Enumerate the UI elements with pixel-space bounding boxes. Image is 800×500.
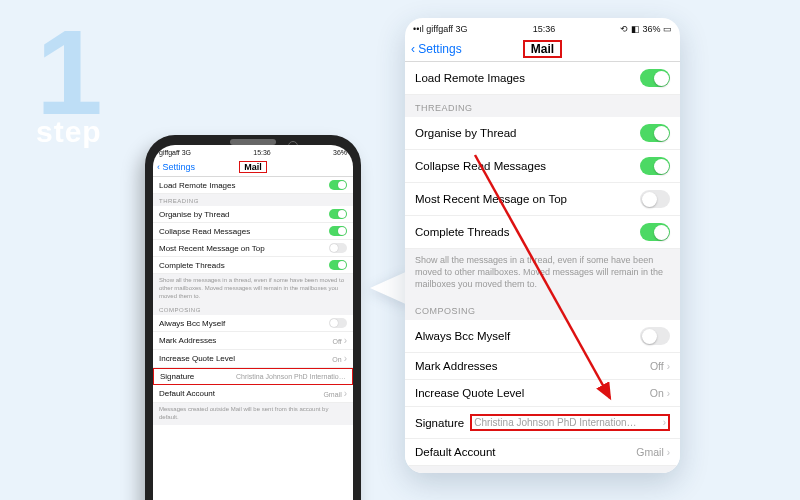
toggle-off[interactable] <box>640 190 670 208</box>
status-battery: ⟲ ◧ 36% ▭ <box>620 24 672 34</box>
chevron-right-icon: › <box>667 447 670 458</box>
back-button[interactable]: ‹ Settings <box>157 162 195 172</box>
row-complete-threads[interactable]: Complete Threads <box>405 216 680 249</box>
section-composing: COMPOSING <box>153 303 353 315</box>
back-button[interactable]: ‹ Settings <box>411 42 462 56</box>
row-mark-addresses[interactable]: Mark AddressesOff › <box>405 353 680 380</box>
signature-value-highlight: Christina Johnson PhD Internation… › <box>470 414 670 431</box>
row-signature[interactable]: SignatureChristina Johnson PhD Internati… <box>153 368 353 385</box>
section-threading: THREADING <box>153 194 353 206</box>
step-label: step <box>36 115 102 149</box>
toggle-off[interactable] <box>329 243 347 253</box>
toggle-off[interactable] <box>329 318 347 328</box>
row-increase-quote[interactable]: Increase Quote LevelOn › <box>153 350 353 368</box>
callout-tail <box>370 270 410 306</box>
section-composing: COMPOSING <box>405 298 680 320</box>
toggle-on[interactable] <box>329 260 347 270</box>
toggle-on[interactable] <box>640 69 670 87</box>
chevron-right-icon: › <box>344 388 347 399</box>
row-organise-thread[interactable]: Organise by Thread <box>153 206 353 223</box>
nav-bar: ‹ Settings Mail <box>153 158 353 177</box>
chevron-right-icon: › <box>344 335 347 346</box>
status-battery: 36% <box>333 149 347 156</box>
row-mark-addresses[interactable]: Mark AddressesOff › <box>153 332 353 350</box>
toggle-on[interactable] <box>329 209 347 219</box>
chevron-right-icon: › <box>667 361 670 372</box>
row-signature[interactable]: Signature Christina Johnson PhD Internat… <box>405 407 680 439</box>
device-iphone: giffgaff 3G 15:36 36% ‹ Settings Mail Lo… <box>145 135 361 500</box>
chevron-right-icon: › <box>344 353 347 364</box>
nav-title: Mail <box>239 161 267 173</box>
footer-default: Messages created outside Mail will be se… <box>405 466 680 473</box>
row-always-bcc[interactable]: Always Bcc Myself <box>153 315 353 332</box>
row-always-bcc[interactable]: Always Bcc Myself <box>405 320 680 353</box>
row-default-account[interactable]: Default AccountGmail › <box>153 385 353 403</box>
section-threading: THREADING <box>405 95 680 117</box>
row-increase-quote[interactable]: Increase Quote LevelOn › <box>405 380 680 407</box>
row-complete-threads[interactable]: Complete Threads <box>153 257 353 274</box>
toggle-on[interactable] <box>329 180 347 190</box>
row-collapse-read[interactable]: Collapse Read Messages <box>405 150 680 183</box>
chevron-right-icon: › <box>667 388 670 399</box>
toggle-on[interactable] <box>640 157 670 175</box>
status-time: 15:36 <box>253 149 271 156</box>
toggle-on[interactable] <box>329 226 347 236</box>
row-default-account[interactable]: Default AccountGmail › <box>405 439 680 466</box>
row-most-recent[interactable]: Most Recent Message on Top <box>153 240 353 257</box>
row-most-recent[interactable]: Most Recent Message on Top <box>405 183 680 216</box>
nav-bar-large: ‹ Settings Mail <box>405 37 680 62</box>
row-collapse-read[interactable]: Collapse Read Messages <box>153 223 353 240</box>
toggle-on[interactable] <box>640 223 670 241</box>
zoom-panel: ••ıl giffgaff 3G 15:36 ⟲ ◧ 36% ▭ ‹ Setti… <box>405 18 680 473</box>
step-number: 1 <box>36 12 103 132</box>
nav-title: Mail <box>523 40 562 58</box>
status-bar: giffgaff 3G 15:36 36% <box>153 145 353 158</box>
toggle-off[interactable] <box>640 327 670 345</box>
row-organise-thread[interactable]: Organise by Thread <box>405 117 680 150</box>
row-load-remote-images[interactable]: Load Remote Images <box>405 62 680 95</box>
row-load-remote-images[interactable]: Load Remote Images <box>153 177 353 194</box>
status-time: 15:36 <box>533 24 556 34</box>
status-carrier: ••ıl giffgaff 3G <box>413 24 468 34</box>
footer-threads: Show all the messages in a thread, even … <box>153 274 353 303</box>
footer-threads: Show all the messages in a thread, even … <box>405 249 680 298</box>
toggle-on[interactable] <box>640 124 670 142</box>
status-bar-large: ••ıl giffgaff 3G 15:36 ⟲ ◧ 36% ▭ <box>405 18 680 37</box>
footer-default: Messages created outside Mail will be se… <box>153 403 353 425</box>
pointer-arrow <box>0 0 800 500</box>
chevron-right-icon: › <box>663 417 666 428</box>
status-carrier: giffgaff 3G <box>159 149 191 156</box>
